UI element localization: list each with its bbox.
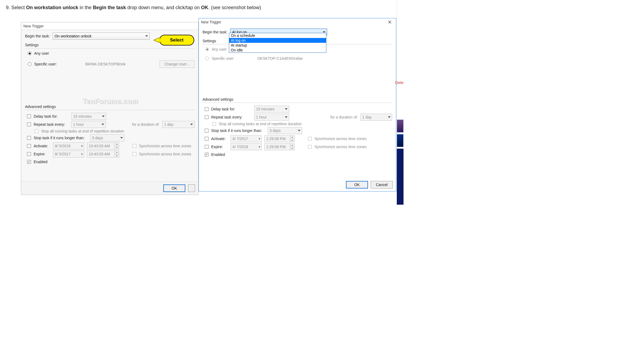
expire-time[interactable]: 10:43:05 AM▲▼ <box>87 151 119 158</box>
delay-task-label-r: Delay task for: <box>211 107 252 111</box>
dd-option-startup[interactable]: At startup <box>229 43 326 48</box>
left-dialog-titlebar[interactable]: New Trigger <box>21 22 198 30</box>
select-callout: Select <box>159 35 194 46</box>
specific-user-label: Specific user: <box>34 62 58 66</box>
background-panel-peek: Dele <box>397 0 404 205</box>
activate-label-r: Activate: <box>211 137 228 141</box>
expire-date[interactable]: 8/ 5/2017▾ <box>53 151 84 158</box>
sync-expire-check <box>133 152 136 156</box>
repeat-task-label-r: Repeat task every: <box>211 115 252 119</box>
instruction-text: 9. Select On workstation unlock in the B… <box>6 5 261 11</box>
enabled-check[interactable] <box>27 160 31 164</box>
expire-label: Expire: <box>34 152 50 156</box>
stop-long-label: Stop task if it runs longer than: <box>34 136 87 140</box>
delay-task-label: Delay task for: <box>34 114 69 118</box>
any-user-label-r: Any user <box>212 47 227 51</box>
close-icon[interactable] <box>386 19 394 25</box>
dd-option-logon[interactable]: At log on <box>229 38 326 43</box>
repeat-task-dropdown[interactable]: 1 hour <box>71 121 106 128</box>
left-dialog-title: New Trigger <box>23 24 44 28</box>
expire-label-r: Expire: <box>211 145 228 149</box>
activate-check-r[interactable] <box>205 137 208 141</box>
sync-activate-check-r <box>308 137 312 141</box>
delay-task-check[interactable] <box>27 114 31 118</box>
sync-expire-label: Synchronize across time zones <box>139 152 191 156</box>
activate-label: Activate: <box>34 144 50 148</box>
duration-dropdown[interactable]: 1 day <box>162 121 194 128</box>
expire-check[interactable] <box>27 152 31 156</box>
enabled-check-r[interactable] <box>205 153 208 156</box>
stop-long-label-r: Stop task if it runs longer than: <box>211 128 265 133</box>
delete-link-peek[interactable]: Dele <box>395 80 404 85</box>
duration-dropdown-r[interactable]: 1 day <box>360 114 392 121</box>
repeat-task-label: Repeat task every: <box>34 122 69 127</box>
stop-all-label-r: Stop all running tasks at end of repetit… <box>219 122 302 126</box>
activate-date-r[interactable]: 4/ 7/2017▾ <box>231 135 262 142</box>
enabled-label: Enabled <box>34 160 47 164</box>
ok-button[interactable]: OK <box>163 184 185 192</box>
specific-user-radio-r <box>205 57 209 60</box>
sync-activate-label: Synchronize across time zones <box>139 144 191 148</box>
dd-option-idle[interactable]: On idle <box>229 48 326 53</box>
watermark: TenForums.com <box>83 97 138 106</box>
stop-long-check[interactable] <box>27 136 31 140</box>
duration-label-r: for a duration of: <box>330 115 358 119</box>
stop-long-check-r[interactable] <box>205 129 208 132</box>
advanced-settings-group-r: Advanced settings <box>203 96 392 103</box>
specific-user-label-r: Specific user: <box>212 56 235 61</box>
begin-task-label: Begin the task: <box>25 34 50 38</box>
begin-task-dropdown-list[interactable]: On a schedule At log on At startup On id… <box>229 33 326 53</box>
any-user-radio[interactable] <box>28 51 31 55</box>
right-dialog: New Trigger Begin the task: At log on Se… <box>199 18 396 191</box>
repeat-task-dropdown-r[interactable]: 1 hour <box>254 114 289 121</box>
delay-task-dropdown-r[interactable]: 15 minutes <box>254 106 289 113</box>
sync-activate-label-r: Synchronize across time zones <box>314 137 367 141</box>
duration-label: for a duration of: <box>132 122 160 127</box>
sync-expire-label-r: Synchronize across time zones <box>314 145 367 149</box>
activate-check[interactable] <box>27 144 31 148</box>
enabled-label-r: Enabled <box>211 152 225 157</box>
sync-expire-check-r <box>308 145 312 149</box>
activate-time-r[interactable]: 1:29:08 PM▲▼ <box>264 135 295 142</box>
specific-user-value: BRINK-DESKTOP\Brink <box>85 62 126 66</box>
activate-time[interactable]: 10:43:05 AM▲▼ <box>87 142 119 149</box>
stop-all-label: Stop all running tasks at end of repetit… <box>41 129 124 133</box>
specific-user-radio[interactable] <box>28 62 31 66</box>
dd-option-schedule[interactable]: On a schedule <box>229 33 326 38</box>
left-dialog: New Trigger Begin the task: On workstati… <box>21 22 199 195</box>
expire-date-r[interactable]: 4/ 7/2018▾ <box>231 143 262 150</box>
delay-task-check-r[interactable] <box>205 107 208 111</box>
stop-long-dropdown[interactable]: 3 days <box>90 134 125 141</box>
expire-check-r[interactable] <box>205 145 208 149</box>
activate-date[interactable]: 8/ 5/2016▾ <box>53 142 84 149</box>
repeat-task-check[interactable] <box>27 123 31 126</box>
expire-time-r[interactable]: 1:29:08 PM▲▼ <box>264 143 295 150</box>
specific-user-value-r: DESKTOP-C1A4E9S\rafae <box>257 56 303 61</box>
stop-long-dropdown-r[interactable]: 3 days <box>268 127 302 134</box>
change-user-button[interactable]: Change User... <box>160 60 194 68</box>
delay-task-dropdown[interactable]: 15 minutes <box>71 113 106 120</box>
begin-task-dropdown[interactable]: On workstation unlock <box>53 33 150 40</box>
any-user-label: Any user <box>34 51 49 55</box>
any-user-radio-r <box>205 47 209 51</box>
right-dialog-titlebar[interactable]: New Trigger <box>199 18 396 26</box>
thumbnail-1[interactable] <box>397 120 404 132</box>
begin-task-label-r: Begin the task: <box>203 30 228 34</box>
right-dialog-title: New Trigger <box>201 20 221 24</box>
thumbnail-2[interactable] <box>397 134 404 147</box>
sync-activate-check <box>133 144 136 148</box>
thumbnail-3[interactable] <box>397 149 404 205</box>
cancel-button-cut[interactable] <box>188 184 195 192</box>
cancel-button-r[interactable]: Cancel <box>371 181 393 189</box>
stop-all-check-r <box>212 122 216 126</box>
repeat-task-check-r[interactable] <box>205 115 208 119</box>
stop-all-check <box>35 129 38 133</box>
ok-button-r[interactable]: OK <box>346 181 368 189</box>
